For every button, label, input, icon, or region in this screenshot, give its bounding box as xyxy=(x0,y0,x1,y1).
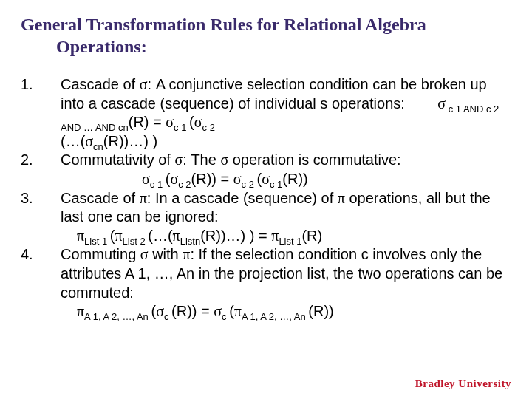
text: ( xyxy=(189,114,194,130)
sigma-icon: σ xyxy=(156,303,164,319)
item-number: 3. xyxy=(21,189,61,246)
list-item: 3. Cascade of π: In a cascade (sequence)… xyxy=(21,189,511,246)
item-number: 1. xyxy=(21,75,61,151)
pi-icon: π xyxy=(173,228,180,244)
item-body: Commutativity of σ: The σ operation is c… xyxy=(61,151,511,188)
text: (R)) = xyxy=(171,303,214,319)
text: Commutativity of xyxy=(61,151,174,168)
item-number: 2. xyxy=(21,151,61,188)
text: (R)) = xyxy=(191,171,233,187)
formula: πList 1 (πList 2 (…(πListn(R))…) ) = πLi… xyxy=(61,227,511,246)
sigma-icon: σ xyxy=(174,151,183,168)
item-body: Commuting σ with π: If the selection con… xyxy=(61,245,511,321)
subscript: c 2 xyxy=(242,179,257,190)
pi-icon: π xyxy=(234,303,242,319)
sigma-icon: σ xyxy=(85,133,93,149)
sigma-icon: σ xyxy=(262,171,270,187)
pi-icon: π xyxy=(338,190,345,206)
subscript: c 2 xyxy=(202,122,215,133)
text: with xyxy=(149,246,183,262)
subscript: c 2 xyxy=(178,179,191,190)
text: (R)) xyxy=(308,303,333,319)
text: Commuting xyxy=(61,246,140,262)
text: : The xyxy=(183,151,220,168)
text: (…( xyxy=(148,228,172,244)
text: (R))…) ) xyxy=(103,133,157,149)
slide-title: General Transformation Rules for Relatio… xyxy=(21,13,511,58)
subscript: c 1 xyxy=(174,122,189,133)
text: ( xyxy=(229,303,234,319)
list-item: 1. Cascade of σ: A conjunctive selection… xyxy=(21,75,511,151)
sigma-icon: σ xyxy=(140,246,149,262)
subscript: A 1, A 2, …, An xyxy=(242,311,308,322)
pi-icon: π xyxy=(183,246,190,262)
sigma-icon: σ xyxy=(220,151,228,168)
list-item: 2. Commutativity of σ: The σ operation i… xyxy=(21,151,511,188)
pi-icon: π xyxy=(271,228,279,244)
sigma-icon: σ xyxy=(214,303,222,319)
formula: πA 1, A 2, …, An (σc (R)) = σc (πA 1, A … xyxy=(61,302,511,321)
subscript: A 1, A 2, …, An xyxy=(84,311,151,322)
sigma-icon: σ xyxy=(142,171,150,187)
item-body: Cascade of π: In a cascade (sequence) of… xyxy=(61,189,511,246)
sigma-icon: σ xyxy=(437,95,446,112)
text: (R) xyxy=(301,228,322,244)
footer-branding: Bradley University xyxy=(415,378,511,390)
pi-icon: π xyxy=(77,303,84,319)
subscript: c xyxy=(222,311,229,322)
sigma-icon: σ xyxy=(166,114,174,130)
text: Cascade of xyxy=(61,76,140,92)
sigma-icon: σ xyxy=(194,114,202,130)
pi-icon: π xyxy=(140,190,147,206)
subscript: c xyxy=(164,311,171,322)
pi-icon: π xyxy=(77,228,84,244)
pi-icon: π xyxy=(115,228,122,244)
text: (…( xyxy=(61,133,85,149)
title-line-1: General Transformation Rules for Relatio… xyxy=(21,15,426,34)
subscript: c 1 xyxy=(270,179,282,190)
list-item: 4. Commuting σ with π: If the selection … xyxy=(21,245,511,321)
item-number: 4. xyxy=(21,245,61,321)
sigma-icon: σ xyxy=(170,171,178,187)
item-body: Cascade of σ: A conjunctive selection co… xyxy=(61,75,511,151)
text: Cascade of xyxy=(61,190,140,206)
text: (R) = xyxy=(129,114,166,130)
rule-list: 1. Cascade of σ: A conjunctive selection… xyxy=(21,75,511,321)
slide: General Transformation Rules for Relatio… xyxy=(0,0,532,399)
sigma-icon: σ xyxy=(140,76,148,92)
text: : In a cascade (sequence) of xyxy=(147,190,338,206)
title-line-2: Operations: xyxy=(21,35,511,58)
subscript: c 1 xyxy=(150,179,166,190)
text: operation is commutative: xyxy=(228,151,400,168)
text: (R))…) ) = xyxy=(200,228,271,244)
formula: σc 1 (σc 2(R)) = σc 2 (σc 1(R)) xyxy=(61,170,511,189)
sigma-icon: σ xyxy=(233,171,242,187)
text: (R)) xyxy=(282,171,307,187)
